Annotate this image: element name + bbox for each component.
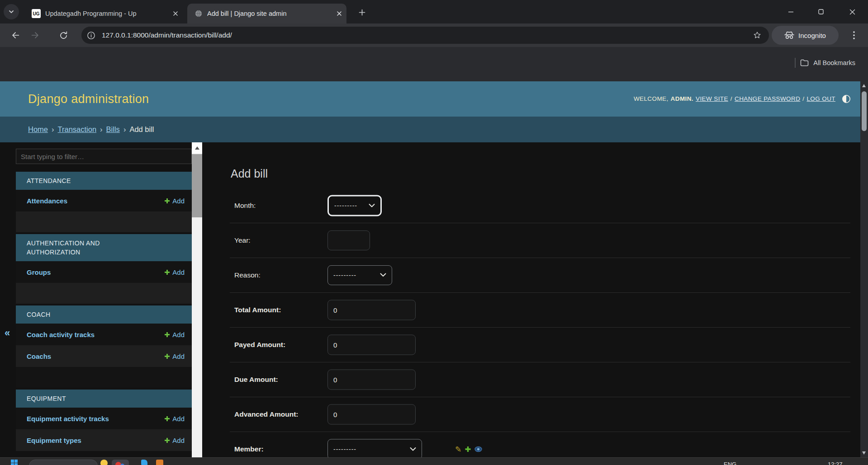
chevron-down-icon (410, 447, 416, 451)
page-scrollbar[interactable] (860, 81, 868, 457)
add-coach-link[interactable]: Add (164, 352, 185, 360)
reason-select[interactable]: --------- (327, 265, 392, 285)
payed-amount-input[interactable] (327, 334, 416, 355)
address-bar[interactable]: 127.0.0.1:8000/admin/transaction/bill/ad… (81, 27, 769, 44)
back-arrow-icon (10, 30, 20, 40)
add-coach-activity-track-link[interactable]: Add (164, 331, 185, 338)
forward-arrow-icon (30, 30, 40, 40)
total-amount-input[interactable] (327, 300, 416, 320)
logout-link[interactable]: LOG OUT (806, 95, 835, 102)
view-site-link[interactable]: VIEW SITE (696, 95, 728, 102)
tab-search-button[interactable] (4, 4, 19, 19)
change-password-link[interactable]: CHANGE PASSWORD (735, 95, 800, 102)
groups-link[interactable]: Groups (27, 268, 51, 276)
form-row-month: Month: --------- (230, 188, 850, 223)
year-label: Year: (234, 236, 251, 244)
main-content: Add bill Month: --------- Year: Reason: … (202, 142, 860, 457)
form-row-year: Year: (230, 223, 850, 258)
coachs-link[interactable]: Coachs (27, 352, 51, 360)
all-bookmarks-label: All Bookmarks (813, 59, 855, 66)
member-select[interactable]: --------- (327, 439, 422, 459)
taskbar-language[interactable]: ENG (724, 461, 736, 465)
breadcrumb-bills[interactable]: Bills (106, 125, 120, 134)
scrollbar-thumb[interactable] (862, 91, 867, 131)
breadcrumb-home[interactable]: Home (28, 125, 48, 134)
add-equipment-type-link[interactable]: Add (164, 437, 185, 444)
window-close-button[interactable] (846, 6, 858, 17)
module-caption-attendance[interactable]: ATTENDANCE (16, 172, 192, 190)
form-row-advanced-amount: Advanced Amount: (230, 397, 850, 432)
tab-django-admin-active[interactable]: Add bill | Django site admin (187, 4, 346, 23)
sidebar-item-coach-activity-tracks: Coach activity tracks Add (16, 324, 192, 345)
plus-icon (164, 332, 170, 338)
reload-button[interactable] (57, 29, 70, 42)
plus-icon (164, 353, 170, 359)
scroll-up-button[interactable] (192, 142, 202, 153)
scroll-up-arrow-icon[interactable] (862, 84, 866, 87)
form-row-due-amount: Due Amount: (230, 362, 850, 397)
reason-label: Reason: (234, 271, 261, 279)
plus-icon (164, 198, 170, 204)
advanced-amount-input[interactable] (327, 404, 416, 424)
bookmark-star-icon[interactable] (753, 31, 762, 40)
theme-toggle-button[interactable] (842, 94, 851, 103)
breadcrumb: Home › Transaction › Bills › Add bill (0, 117, 868, 142)
window-minimize-button[interactable] (785, 6, 797, 17)
taskbar-search-box[interactable] (29, 460, 98, 465)
sidebar-filter-input[interactable] (16, 149, 192, 164)
sidebar-item-attendances: Attendances Add (16, 190, 192, 211)
updategadh-favicon-icon: UG (32, 9, 41, 18)
chevron-down-icon (369, 203, 375, 207)
taskbar-weather-icon[interactable] (100, 460, 108, 465)
sidebar-item-equipment-types: Equipment types Add (16, 429, 192, 451)
windows-taskbar: ENG 12:27 (0, 457, 868, 465)
scrollbar-thumb[interactable] (192, 154, 202, 217)
taskbar-app-icon[interactable] (156, 460, 163, 465)
site-info-icon[interactable] (87, 31, 95, 40)
user-tools: WELCOME, ADMIN. VIEW SITE / CHANGE PASSW… (634, 95, 835, 102)
form-row-reason: Reason: --------- (230, 258, 850, 293)
add-plus-icon[interactable] (465, 446, 471, 452)
all-bookmarks-button[interactable]: All Bookmarks (795, 58, 855, 68)
attendances-link[interactable]: Attendances (27, 197, 67, 205)
plus-icon (164, 416, 170, 422)
windows-start-icon[interactable] (11, 460, 18, 465)
month-label: Month: (234, 202, 256, 210)
module-caption-auth[interactable]: AUTHENTICATION AND AUTHORIZATION (16, 234, 192, 261)
month-select[interactable]: --------- (327, 195, 382, 216)
view-eye-icon[interactable] (474, 446, 482, 452)
browser-menu-button[interactable] (848, 29, 860, 42)
sidebar-item-equipment-activity-tracks: Equipment activity tracks Add (16, 408, 192, 429)
close-tab-icon[interactable] (337, 11, 342, 16)
sidebar-spacer-row (16, 211, 192, 232)
close-tab-icon[interactable] (173, 11, 178, 16)
add-equipment-activity-track-link[interactable]: Add (164, 415, 185, 423)
edit-pencil-icon[interactable]: ✎ (455, 444, 461, 454)
sidebar-scrollbar[interactable] (192, 142, 202, 457)
equipment-activity-tracks-link[interactable]: Equipment activity tracks (27, 415, 109, 423)
taskbar-active-app[interactable] (112, 460, 129, 465)
sidebar-collapse-toggle[interactable]: « (5, 327, 10, 339)
scroll-down-arrow-icon[interactable] (862, 451, 866, 455)
site-title[interactable]: Django administration (28, 92, 149, 106)
due-amount-input[interactable] (327, 369, 416, 390)
tab-updategadh[interactable]: UG Updategadh Programming - Up (26, 4, 183, 23)
back-button[interactable] (9, 29, 22, 42)
member-related-actions: ✎ (455, 444, 482, 454)
taskbar-app-icon[interactable] (141, 460, 147, 465)
new-tab-button[interactable] (356, 7, 367, 18)
module-caption-coach[interactable]: COACH (16, 305, 192, 324)
breadcrumb-transaction[interactable]: Transaction (58, 125, 97, 134)
add-group-link[interactable]: Add (164, 268, 185, 276)
module-caption-equipment[interactable]: EQUIPMENT (16, 390, 192, 408)
url-text[interactable]: 127.0.0.1:8000/admin/transaction/bill/ad… (102, 31, 753, 39)
equipment-types-link[interactable]: Equipment types (27, 437, 81, 444)
year-input[interactable] (327, 230, 370, 250)
sidebar-spacer-row (16, 283, 192, 304)
add-attendance-link[interactable]: Add (164, 197, 185, 205)
window-maximize-button[interactable] (815, 6, 827, 17)
taskbar-clock[interactable]: 12:27 (828, 461, 843, 465)
coach-activity-tracks-link[interactable]: Coach activity tracks (27, 331, 95, 338)
breadcrumb-separator: › (123, 125, 126, 134)
forward-button[interactable] (29, 29, 42, 42)
